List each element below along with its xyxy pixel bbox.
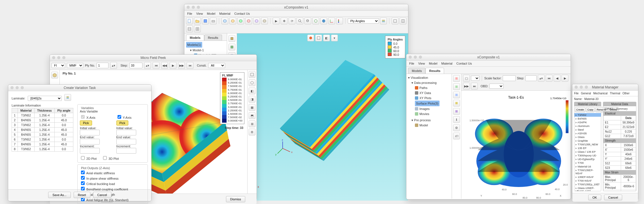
- new-icon[interactable]: [186, 18, 193, 24]
- info-icon[interactable]: ℹ: [453, 116, 460, 123]
- rc-first-icon[interactable]: ⏮: [546, 75, 553, 82]
- rt-surfplots[interactable]: Surface Plots(3): [415, 101, 440, 106]
- box-b-icon[interactable]: [229, 18, 236, 24]
- rc-a-icon[interactable]: [453, 75, 460, 82]
- table-row[interactable]: 2B4/N551.25E-445.0: [12, 118, 73, 123]
- last-icon[interactable]: ⏭: [187, 62, 193, 69]
- vp2-icon[interactable]: [400, 18, 406, 24]
- mat-list-item[interactable]: ▹ T300/epoxy UD: [574, 154, 601, 157]
- x-inc-input[interactable]: [80, 148, 100, 154]
- laminate-stack-icon[interactable]: [64, 94, 71, 101]
- rc-last-icon[interactable]: ⏭: [471, 83, 478, 90]
- rc-stepud-icon[interactable]: ▴▾: [538, 75, 545, 82]
- tool6-icon[interactable]: ⬒: [249, 112, 255, 119]
- mat-list-item[interactable]: ▹ T700-NSAF: [574, 179, 601, 182]
- obd-select[interactable]: [489, 84, 504, 89]
- rt-datap[interactable]: Data processing: [414, 81, 437, 84]
- mat-tab-therm[interactable]: Thermal: [610, 92, 620, 95]
- tree-root-models[interactable]: Models(1): [186, 42, 202, 48]
- vp4-icon[interactable]: [194, 26, 201, 32]
- pick-y-button[interactable]: Pick: [116, 120, 129, 126]
- obj-cube1-icon[interactable]: [229, 35, 235, 42]
- rotate-icon[interactable]: ⟳: [289, 18, 295, 24]
- res-menu-view[interactable]: View: [418, 62, 425, 65]
- mat-tab-other[interactable]: Other: [622, 92, 630, 95]
- mat-list-item[interactable]: ▹ Steel: [574, 128, 601, 131]
- rt-pre[interactable]: Pre process: [414, 118, 431, 122]
- mat-list-item[interactable]: ▹ UD-Eglass/Ep: [574, 157, 601, 161]
- obj-cube2-icon[interactable]: [229, 44, 235, 50]
- step-input[interactable]: [129, 63, 142, 68]
- tool4-icon[interactable]: ◨: [249, 96, 255, 103]
- mat-list-item[interactable]: ▹ 135EP-NSAF: [574, 175, 601, 179]
- laminate-select[interactable]: [0/45]2s: [28, 96, 62, 101]
- y-inc-input[interactable]: [116, 148, 136, 154]
- output-check[interactable]: In-plane shear stiffness: [80, 177, 119, 180]
- tool7-icon[interactable]: ⊞: [249, 120, 255, 127]
- menu-view[interactable]: View: [196, 12, 203, 15]
- x-init-input[interactable]: [80, 130, 100, 135]
- rc-d-icon[interactable]: [453, 100, 460, 107]
- consti-select[interactable]: All: [208, 63, 225, 68]
- pick-x-button[interactable]: Pick: [80, 120, 92, 126]
- reset-button[interactable]: Reset: [74, 192, 90, 198]
- mat-list-item[interactable]: ▹ Glass-135EP-Vf0425-10Ef: [574, 186, 601, 191]
- rc-play-icon[interactable]: ▶: [562, 75, 568, 82]
- res-menu-material[interactable]: Material: [441, 62, 452, 65]
- rc-next-icon[interactable]: ▶▶: [463, 83, 470, 90]
- rc-act1-icon[interactable]: ▢: [463, 75, 470, 82]
- x-end-input[interactable]: [80, 139, 100, 144]
- table-row[interactable]: 1T3/N521.25E-40.0: [12, 113, 73, 118]
- menu-model[interactable]: Model: [207, 12, 215, 15]
- first-icon[interactable]: ⏮: [153, 62, 159, 69]
- surface-plot[interactable]: Task-1-Es 1.70450e+10 1.50000e+10 1.0000…: [461, 91, 571, 204]
- play-icon[interactable]: ▶: [170, 62, 176, 69]
- step-input2[interactable]: [525, 75, 537, 81]
- next-icon[interactable]: ▶▶: [178, 62, 185, 69]
- mat-list-item[interactable]: ▹ AS/H35: [574, 131, 601, 135]
- rc-b-icon[interactable]: [453, 83, 460, 90]
- tool3-icon[interactable]: ◧: [249, 88, 255, 94]
- mat-list-item[interactable]: ▹ T700/135EP-NSAF: [574, 168, 601, 175]
- rt-xy[interactable]: XY Data: [419, 91, 431, 95]
- rt-images[interactable]: Images: [419, 107, 430, 110]
- mat-ok-button[interactable]: OK: [588, 195, 601, 200]
- zoom-fit-icon[interactable]: [304, 18, 311, 24]
- mat-tab-mech[interactable]: Mechanical: [593, 92, 608, 95]
- mat-list-item[interactable]: ▹ T700/135Ep_10Ef: [574, 182, 601, 186]
- table-row[interactable]: 6T3/N521.25E-40.0: [12, 137, 73, 142]
- rc-c-icon[interactable]: [453, 92, 460, 98]
- mat-list-item[interactable]: ▹ AS4/PK: [574, 120, 601, 124]
- save-icon[interactable]: [202, 18, 209, 24]
- y-init-input[interactable]: [116, 130, 136, 135]
- res-tab-models[interactable]: Models: [408, 68, 425, 74]
- table-row[interactable]: 3T3/N521.25E-40.0: [12, 123, 73, 128]
- y-end-input[interactable]: [116, 139, 136, 144]
- tool1-icon[interactable]: [249, 71, 255, 78]
- mat-list-item[interactable]: ▹ Graphite: [574, 139, 601, 143]
- rt-movies[interactable]: Movies: [419, 112, 429, 116]
- laminate-3d-view[interactable]: x y z x y z: [237, 33, 408, 201]
- step-stepper-icon[interactable]: ▴▾: [144, 62, 151, 69]
- box-f-icon[interactable]: [261, 18, 268, 24]
- plyno-input[interactable]: [97, 63, 108, 68]
- mat-tab-general[interactable]: General: [581, 92, 591, 95]
- tool5-icon[interactable]: ▦: [249, 104, 255, 111]
- cube-icon[interactable]: [51, 72, 58, 78]
- box-c-icon[interactable]: [237, 18, 244, 24]
- dismiss-button[interactable]: Dismiss: [226, 196, 246, 202]
- box-a-icon[interactable]: [221, 18, 228, 24]
- zoom-in-icon[interactable]: [297, 18, 303, 24]
- output-check[interactable]: Critical buckling load: [80, 182, 115, 186]
- stack-icon[interactable]: [380, 18, 387, 24]
- table-row[interactable]: 5B4/N551.25E-445.0: [12, 132, 73, 137]
- rt-xyplots[interactable]: XY Plots: [419, 96, 431, 100]
- tab-results[interactable]: Results: [204, 35, 222, 41]
- menu-file[interactable]: File: [187, 12, 192, 15]
- box-e-icon[interactable]: [253, 18, 260, 24]
- tab-models[interactable]: Models: [186, 35, 204, 41]
- output-check[interactable]: Axial elastic stiffness: [80, 171, 115, 175]
- open-icon[interactable]: [194, 18, 201, 24]
- mat-list-item[interactable]: ▹ T700: [574, 161, 601, 165]
- view-mode-select[interactable]: Ply Angles: [348, 18, 379, 24]
